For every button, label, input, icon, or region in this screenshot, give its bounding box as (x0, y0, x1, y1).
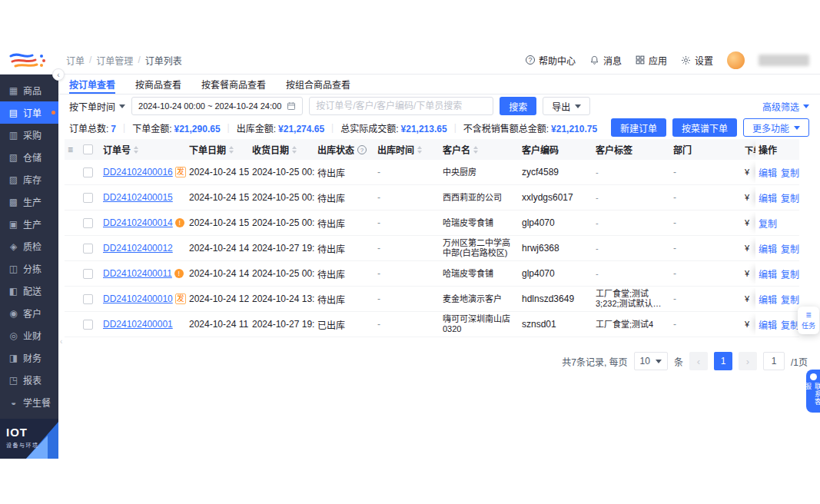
order-number-link[interactable]: DD24102400011 (103, 268, 172, 279)
action-link[interactable]: 编辑 (759, 318, 777, 331)
customer-name-cell: 嗨可可深圳南山店0320 (440, 312, 519, 337)
breadcrumb-item[interactable]: 订单列表 (145, 54, 182, 67)
sidebar-item-customer[interactable]: ◉客户 (0, 302, 58, 324)
col-customer_name[interactable]: 客户名 (440, 139, 519, 160)
hscroll-left-arrow[interactable]: ‹ (60, 337, 62, 346)
next-page-button[interactable]: › (739, 352, 757, 370)
department-cell: - (670, 236, 743, 260)
sort-icon[interactable] (134, 146, 138, 154)
more-functions-button[interactable]: 更多功能 (743, 118, 809, 137)
order-date-cell: 2024-10-24 15:23 (186, 185, 249, 210)
order-number-link[interactable]: DD24102400012 (103, 243, 173, 254)
customer-code-cell: hrwj6368 (519, 236, 593, 260)
action-link[interactable]: 复制 (781, 166, 799, 179)
order-number-link[interactable]: DD24102400015 (103, 192, 173, 203)
select-all-checkbox[interactable] (80, 139, 100, 160)
row-checkbox[interactable] (80, 261, 100, 286)
date-range-picker[interactable]: 2024-10-24 00:00 ~ 2024-10-24 24:00 (131, 97, 303, 115)
tab-0[interactable]: 按订单查看 (69, 75, 115, 94)
breadcrumb-item[interactable]: 订单管理 (96, 54, 133, 67)
action-link[interactable]: 编辑 (759, 191, 777, 204)
sidebar-item-report[interactable]: ◳报表 (0, 369, 58, 391)
help-action[interactable]: ?帮助中心 (526, 54, 576, 67)
sidebar-item-delivery[interactable]: ◧配送 (0, 280, 58, 302)
page-size-select[interactable]: 10 (634, 352, 668, 370)
sidebar-item-qc[interactable]: ◈质检 (0, 235, 58, 257)
action-link[interactable]: 复制 (781, 242, 799, 255)
action-link[interactable]: 编辑 (759, 242, 777, 255)
current-page-button[interactable]: 1 (714, 352, 732, 370)
sidebar-item-finance[interactable]: ◨财务 (0, 346, 58, 369)
contact-service-widget[interactable]: 联系客服 (806, 370, 820, 413)
tab-1[interactable]: 按商品查看 (135, 75, 181, 94)
sort-icon[interactable] (417, 146, 422, 154)
sidebar-item-purchase[interactable]: ▥采购 (0, 124, 58, 146)
col-order_date[interactable]: 下单日期 (186, 139, 249, 160)
time-field-select[interactable]: 按下单时间 (69, 100, 125, 113)
sort-icon[interactable] (292, 146, 297, 154)
production-icon: ▩ (8, 197, 18, 207)
sidebar-item-goods[interactable]: ▦商品 (0, 79, 58, 101)
action-link[interactable]: 编辑 (759, 267, 777, 280)
search-button[interactable]: 搜索 (500, 97, 536, 115)
sort-icon[interactable] (229, 146, 234, 154)
order-number-link[interactable]: DD24102400001 (103, 319, 173, 330)
row-checkbox[interactable] (80, 287, 100, 311)
customer-code-cell: hdlnszd3649 (519, 287, 593, 311)
col-delivery_date[interactable]: 收货日期 (249, 139, 314, 160)
inventory-icon: ▨ (8, 174, 18, 185)
advanced-filter-link[interactable]: 高级筛选 (762, 100, 809, 113)
row-checkbox[interactable] (80, 160, 100, 184)
sidebar-item-bizfin[interactable]: ◎业财 (0, 324, 58, 346)
bell-action[interactable]: 消息 (589, 54, 622, 67)
create-order-button[interactable]: 新建订单 (611, 118, 666, 137)
row-checkbox[interactable] (80, 236, 100, 260)
sidebar-item-order[interactable]: ▤订单 (0, 101, 58, 124)
col-outbound_time[interactable]: 出库时间 (374, 139, 440, 160)
delivery-badge: 发 (175, 167, 186, 177)
tab-3[interactable]: 按组合商品查看 (286, 75, 350, 94)
sidebar-item-production2[interactable]: ▣生产 (0, 213, 58, 235)
customer-code-cell: xxlydgs6017 (519, 185, 593, 210)
order-number-link[interactable]: DD24102400010 (103, 293, 173, 304)
action-link[interactable]: 复制 (781, 293, 799, 306)
sidebar-collapse-button[interactable]: ‹ (52, 68, 65, 81)
avatar[interactable] (727, 51, 745, 69)
action-link[interactable]: 编辑 (759, 166, 777, 179)
col-department: 部门 (670, 139, 743, 160)
action-link[interactable]: 复制 (759, 217, 777, 230)
sidebar-item-sorting[interactable]: ◫分拣 (0, 257, 58, 280)
gear-action[interactable]: 设置 (681, 54, 713, 67)
order-number-link[interactable]: DD24102400016 (103, 167, 173, 177)
row-checkbox[interactable] (80, 211, 100, 235)
row-checkbox[interactable] (80, 312, 100, 337)
delivery-date-cell: 2024-10-25 00:00 (249, 185, 314, 210)
action-link[interactable]: 编辑 (759, 293, 777, 306)
task-float-widget[interactable]: ≡ 任务 (798, 307, 819, 334)
col-order_no[interactable]: 订单号 (100, 139, 186, 160)
sort-icon[interactable] (473, 146, 478, 154)
breadcrumb-item[interactable]: 订单 (66, 54, 85, 67)
tab-2[interactable]: 按套餐商品查看 (201, 75, 266, 94)
help-circle-icon[interactable]: ? (357, 145, 367, 154)
page-jump-input[interactable]: 1 (763, 352, 785, 370)
outbound-status-cell: 待出库 (314, 160, 374, 184)
department-cell: - (670, 160, 743, 184)
summary-segments: 订单总数:7|下单金额:¥21,290.65|出库金额:¥21,274.65|总… (69, 121, 597, 134)
sidebar-item-production[interactable]: ▩生产 (0, 191, 58, 213)
apps-action[interactable]: 应用 (636, 54, 667, 67)
column-config-icon[interactable]: ≡ (65, 139, 80, 160)
action-link[interactable]: 复制 (781, 318, 799, 331)
sidebar-item-meal[interactable]: ◒学生餐 (0, 391, 58, 413)
sidebar-item-warehouse[interactable]: ▧仓储 (0, 146, 58, 168)
order-number-link[interactable]: DD24102400014 (103, 217, 173, 228)
prev-page-button[interactable]: ‹ (689, 352, 708, 370)
action-link[interactable]: 复制 (781, 191, 799, 204)
order-by-recipe-button[interactable]: 按菜谱下单 (672, 118, 737, 137)
sidebar-item-inventory[interactable]: ▨库存 (0, 168, 58, 191)
row-actions: 编辑复制删除 (755, 185, 799, 210)
row-checkbox[interactable] (80, 185, 100, 210)
export-button[interactable]: 导出 (543, 97, 590, 115)
search-input[interactable] (309, 97, 493, 115)
action-link[interactable]: 复制 (781, 267, 799, 280)
